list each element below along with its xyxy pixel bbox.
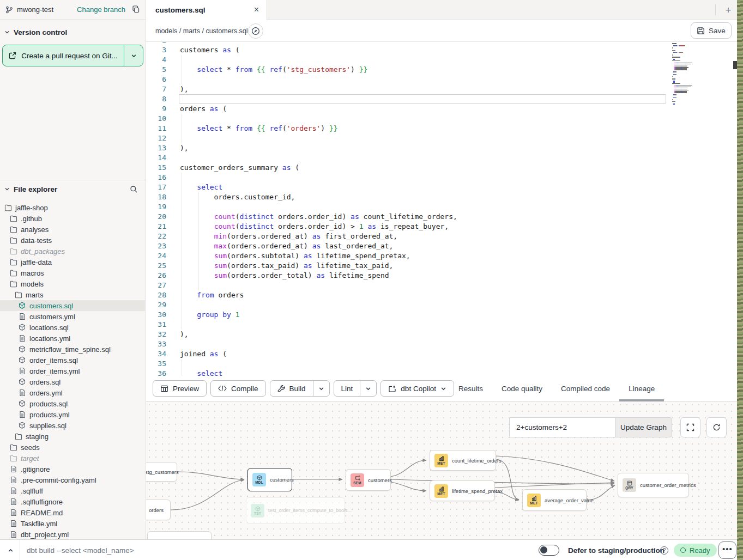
code-line-19[interactable]: 19 bbox=[146, 202, 737, 212]
tree-item-order-items-sql[interactable]: order_items.sql bbox=[0, 355, 145, 366]
defer-toggle[interactable] bbox=[539, 545, 559, 556]
tree-item-marts[interactable]: marts bbox=[0, 289, 145, 300]
tree-item-dbt-packages[interactable]: dbt_packages bbox=[0, 246, 145, 257]
tree-item-target[interactable]: target bbox=[0, 453, 145, 464]
save-button[interactable]: Save bbox=[691, 22, 732, 39]
tree-item-customers-yml[interactable]: customers.yml bbox=[0, 311, 145, 322]
code-line-20[interactable]: 20 count(distinct orders.order_id) as co… bbox=[146, 212, 737, 222]
code-line-5[interactable]: 5 select * from {{ ref('stg_customers') … bbox=[146, 65, 737, 75]
tree-item-seeds[interactable]: seeds bbox=[0, 442, 145, 453]
code-line-8[interactable]: 8 bbox=[146, 94, 737, 104]
build-button[interactable]: Build bbox=[270, 381, 313, 396]
code-line-13[interactable]: 13), bbox=[146, 143, 737, 153]
code-line-34[interactable]: 34joined as ( bbox=[146, 349, 737, 359]
refresh-icon[interactable] bbox=[706, 417, 727, 437]
tree-item-models[interactable]: models bbox=[0, 278, 145, 289]
tree-item-macros[interactable]: macros bbox=[0, 267, 145, 278]
fullscreen-icon[interactable] bbox=[680, 417, 700, 437]
code-line-30[interactable]: 30 group by 1 bbox=[146, 310, 737, 320]
collapse-chevron-icon[interactable] bbox=[4, 540, 16, 560]
code-line-9[interactable]: 9orders as ( bbox=[146, 104, 737, 114]
navigate-compass-icon[interactable] bbox=[248, 23, 263, 39]
tree-item-dbt-project-yml[interactable]: dbt_project.yml bbox=[0, 529, 145, 539]
code-line-16[interactable]: 16 bbox=[146, 173, 737, 182]
tree-item--sqlfluff[interactable]: .sqlfluff bbox=[0, 485, 145, 496]
tree-item-order-items-yml[interactable]: order_items.yml bbox=[0, 366, 145, 376]
close-tab-icon[interactable]: × bbox=[254, 5, 259, 14]
code-line-32[interactable]: 32), bbox=[146, 330, 737, 339]
code-line-6[interactable]: 6 bbox=[146, 75, 737, 84]
version-control-header[interactable]: Version control bbox=[0, 24, 146, 40]
code-line-36[interactable]: 36 select bbox=[146, 369, 737, 376]
tree-item-staging[interactable]: staging bbox=[0, 431, 145, 442]
tab-results[interactable]: Results bbox=[449, 376, 492, 401]
code-line-7[interactable]: 7), bbox=[146, 84, 737, 94]
code-line-28[interactable]: 28 from orders bbox=[146, 290, 737, 300]
change-branch-link[interactable]: Change branch bbox=[77, 5, 125, 14]
tab-code-quality[interactable]: Code quality bbox=[492, 376, 552, 401]
code-line-33[interactable]: 33 bbox=[146, 339, 737, 349]
tree-item-analyses[interactable]: analyses bbox=[0, 224, 145, 235]
code-line-26[interactable]: 26 sum(orders.order_total) as lifetime_s… bbox=[146, 271, 737, 281]
tree-item-products-sql[interactable]: products.sql bbox=[0, 398, 145, 409]
tree-item--gitignore[interactable]: .gitignore bbox=[0, 464, 145, 474]
tab-compiled-code[interactable]: Compiled code bbox=[552, 376, 619, 401]
lineage-node-customer_order_metrics[interactable]: QRYcustomer_order_metrics bbox=[618, 473, 689, 497]
tree-item--github[interactable]: .github bbox=[0, 213, 145, 224]
code-line-3[interactable]: 3customers as ( bbox=[146, 45, 737, 55]
lineage-node-customers_model[interactable]: MDLcustomers bbox=[247, 468, 292, 491]
tree-item-orders-sql[interactable]: orders.sql bbox=[0, 376, 145, 387]
build-dropdown[interactable] bbox=[313, 381, 329, 396]
tree-item--pre-commit-config-yaml[interactable]: .pre-commit-config.yaml bbox=[0, 474, 145, 485]
code-line-35[interactable]: 35 bbox=[146, 359, 737, 369]
tree-item-jaffle-data[interactable]: jaffle-data bbox=[0, 257, 145, 267]
tree-item-jaffle-shop[interactable]: jaffle-shop bbox=[0, 202, 145, 213]
code-line-29[interactable]: 29 bbox=[146, 300, 737, 310]
tree-item-products-yml[interactable]: products.yml bbox=[0, 409, 145, 420]
copy-branch-icon[interactable] bbox=[132, 5, 140, 14]
code-line-17[interactable]: 17 select bbox=[146, 182, 737, 192]
code-editor[interactable]: 23customers as (45 select * from {{ ref(… bbox=[146, 42, 737, 376]
lint-dropdown[interactable] bbox=[360, 381, 376, 396]
tree-item-orders-yml[interactable]: orders.yml bbox=[0, 387, 145, 398]
tree-item-locations-sql[interactable]: locations.sql bbox=[0, 322, 145, 333]
tree-item-readme-md[interactable]: README.md bbox=[0, 507, 145, 518]
create-pr-button[interactable]: Create a pull request on Git... bbox=[3, 45, 124, 66]
lineage-node-average_order_value[interactable]: METaverage_order_value bbox=[522, 489, 587, 511]
lint-button[interactable]: Lint bbox=[334, 381, 361, 396]
tree-item-metricflow-time-spine-sql[interactable]: metricflow_time_spine.sql bbox=[0, 344, 145, 355]
code-line-15[interactable]: 15customer_orders_summary as ( bbox=[146, 163, 737, 173]
code-line-21[interactable]: 21 count(distinct orders.order_id) > 1 a… bbox=[146, 222, 737, 232]
code-line-23[interactable]: 23 max(orders.ordered_at) as last_ordere… bbox=[146, 241, 737, 251]
file-explorer-header[interactable]: File explorer bbox=[0, 181, 146, 197]
code-line-4[interactable]: 4 bbox=[146, 55, 737, 65]
compile-button[interactable]: Compile bbox=[210, 380, 266, 397]
code-line-10[interactable]: 10 bbox=[146, 114, 737, 124]
code-line-14[interactable]: 14 bbox=[146, 153, 737, 163]
lineage-node-orders[interactable]: MDLorders bbox=[146, 500, 171, 520]
more-options-button[interactable]: ••• bbox=[718, 541, 736, 559]
code-line-22[interactable]: 22 min(orders.ordered_at) as first_order… bbox=[146, 232, 737, 241]
code-line-18[interactable]: 18 orders.customer_id, bbox=[146, 192, 737, 202]
tree-item-locations-yml[interactable]: locations.yml bbox=[0, 333, 145, 344]
code-line-25[interactable]: 25 sum(orders.tax_paid) as lifetime_tax_… bbox=[146, 261, 737, 271]
lineage-node-stg_customers[interactable]: MDLstg_customers bbox=[146, 462, 177, 482]
tree-item-customers-sql[interactable]: customers.sql bbox=[0, 300, 145, 311]
tree-item--sqlfluffignore[interactable]: .sqlfluffignore bbox=[0, 496, 145, 507]
code-line-12[interactable]: 12 bbox=[146, 133, 737, 143]
lineage-node-customers_semantic[interactable]: SEMcustomers bbox=[346, 469, 391, 491]
code-line-31[interactable]: 31 bbox=[146, 320, 737, 330]
new-tab-button[interactable]: + bbox=[722, 4, 735, 17]
lineage-node-test_order_items[interactable]: TSTtest_order_items_compute_to_bools... bbox=[246, 497, 345, 524]
update-graph-button[interactable]: Update Graph bbox=[615, 417, 672, 437]
help-icon[interactable]: ? bbox=[660, 546, 668, 555]
tree-item-taskfile-yml[interactable]: Taskfile.yml bbox=[0, 518, 145, 529]
lineage-selector-input[interactable] bbox=[509, 417, 615, 437]
command-input[interactable]: dbt build --select <model_name> bbox=[27, 540, 134, 560]
search-icon[interactable] bbox=[130, 185, 138, 193]
editor-scrollbar[interactable] bbox=[733, 61, 737, 69]
create-pr-dropdown[interactable] bbox=[124, 45, 143, 66]
tree-item-supplies-sql[interactable]: supplies.sql bbox=[0, 420, 145, 431]
lineage-node-partial_node[interactable] bbox=[147, 531, 212, 539]
code-line-27[interactable]: 27 bbox=[146, 281, 737, 290]
